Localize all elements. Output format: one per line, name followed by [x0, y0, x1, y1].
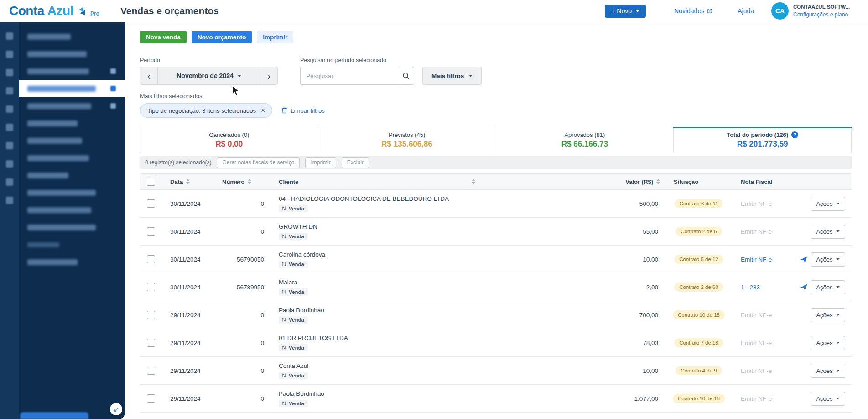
novo-button[interactable]: + Novo [605, 5, 646, 18]
row-value: 55,00 [592, 228, 665, 235]
chat-widget[interactable] [20, 412, 88, 419]
sidebar-item-redacted[interactable] [19, 132, 125, 149]
row-checkbox[interactable] [147, 199, 155, 208]
row-number: 0 [218, 228, 268, 235]
acoes-button[interactable]: Ações [811, 280, 845, 294]
novo-button-label: + Novo [611, 7, 632, 15]
sidebar-strip-icon[interactable] [6, 32, 13, 40]
sidebar-item-redacted[interactable] [19, 253, 125, 271]
summary-card-previstos[interactable]: Previstos (45) R$ 135.606,86 [318, 127, 496, 153]
nota-fiscal-link[interactable]: 1 - 283 [741, 284, 760, 291]
search-input[interactable] [300, 67, 398, 85]
filters-row: Período ‹ Novembro de 2024 › Pesquisar n… [140, 57, 852, 85]
mais-filtros-button[interactable]: Mais filtros [422, 67, 482, 85]
sidebar-item-redacted[interactable] [19, 184, 125, 201]
sidebar-item-redacted[interactable] [19, 115, 125, 132]
novidades-link[interactable]: Novidades [674, 7, 712, 15]
account-settings-link[interactable]: Configurações e plano [793, 11, 862, 18]
row-value: 2,00 [592, 284, 665, 291]
period-prev-button[interactable]: ‹ [140, 67, 158, 84]
sidebar-item-redacted[interactable] [19, 167, 125, 184]
sidebar-collapse-button[interactable]: ↙ [110, 403, 122, 415]
sidebar-item-redacted[interactable] [19, 149, 125, 167]
acoes-button[interactable]: Ações [811, 197, 845, 211]
nota-fiscal-link[interactable]: Emitir NF-e [741, 312, 772, 319]
sidebar-strip-icon[interactable] [6, 69, 13, 76]
sort-icon[interactable] [472, 179, 475, 184]
row-checkbox[interactable] [147, 367, 155, 375]
swap-arrows-icon [281, 234, 286, 239]
bulk-excluir-button[interactable]: Excluir [342, 157, 369, 168]
column-header-valor[interactable]: Valor (R$) [592, 178, 665, 185]
sidebar-item-redacted[interactable] [19, 219, 125, 236]
nota-fiscal-link[interactable]: Emitir NF-e [741, 200, 772, 207]
nota-fiscal-link[interactable]: Emitir NF-e [741, 395, 772, 402]
nova-venda-button[interactable]: Nova venda [140, 31, 187, 43]
sidebar-strip-icon[interactable] [6, 124, 13, 131]
contaazul-logo[interactable]: Conta Azul Pro [9, 4, 99, 18]
limpar-filtros-link[interactable]: Limpar filtros [281, 107, 324, 114]
nota-fiscal-link[interactable]: Emitir NF-e [741, 256, 772, 263]
row-checkbox[interactable] [147, 394, 155, 403]
acoes-button[interactable]: Ações [811, 364, 845, 378]
sort-icon[interactable] [248, 179, 251, 184]
row-checkbox[interactable] [147, 311, 155, 319]
row-checkbox[interactable] [147, 255, 155, 263]
send-icon[interactable] [800, 283, 808, 291]
send-icon[interactable] [800, 256, 808, 263]
sidebar-icon-strip [0, 22, 19, 419]
novo-orcamento-button[interactable]: Novo orçamento [192, 31, 252, 43]
sort-icon[interactable] [656, 179, 660, 184]
nota-fiscal-link[interactable]: Emitir NF-e [741, 228, 772, 235]
sidebar-strip-icon[interactable] [6, 178, 13, 186]
summary-card-cancelados[interactable]: Cancelados (0) R$ 0,00 [140, 127, 318, 153]
sidebar-strip-icon[interactable] [6, 87, 13, 94]
acoes-button[interactable]: Ações [811, 308, 845, 322]
column-header-data[interactable]: Data [162, 178, 218, 185]
acoes-button[interactable]: Ações [811, 336, 845, 350]
acoes-button[interactable]: Ações [811, 225, 845, 239]
sidebar-strip-icon[interactable] [6, 142, 13, 149]
chip-close-icon[interactable]: × [261, 107, 265, 114]
gerar-notas-button[interactable]: Gerar notas fiscais de serviço [217, 157, 300, 168]
select-all-checkbox[interactable] [147, 178, 155, 186]
sidebar-item-selected[interactable] [19, 80, 125, 97]
avatar[interactable]: CA [771, 2, 789, 20]
sidebar-item-redacted[interactable] [19, 45, 125, 63]
sidebar-item-redacted[interactable] [19, 63, 125, 80]
sidebar-item-redacted[interactable] [19, 201, 125, 219]
chevron-down-icon [836, 398, 840, 399]
acoes-button[interactable]: Ações [811, 252, 845, 267]
summary-card-aprovados[interactable]: Aprovados (81) R$ 66.166,73 [496, 127, 674, 153]
logo-text-conta: Conta [9, 4, 44, 18]
ajuda-link[interactable]: Ajuda [738, 7, 754, 15]
column-header-numero[interactable]: Número [218, 178, 268, 185]
filter-chip[interactable]: Tipo de negociação: 3 itens selecionados… [140, 103, 272, 118]
row-type-label: Venda [289, 373, 304, 378]
row-checkbox[interactable] [147, 227, 155, 236]
sidebar-strip-icon[interactable] [6, 51, 13, 58]
acoes-button[interactable]: Ações [811, 392, 845, 406]
search-button[interactable] [398, 67, 414, 85]
period-dropdown[interactable]: Novembro de 2024 [158, 67, 260, 84]
row-checkbox[interactable] [147, 339, 155, 347]
nota-fiscal-link[interactable]: Emitir NF-e [741, 340, 772, 346]
sidebar-item-redacted[interactable] [19, 28, 125, 45]
row-checkbox[interactable] [147, 283, 155, 291]
sidebar-strip-icon[interactable] [6, 160, 13, 168]
nota-fiscal-link[interactable]: Emitir NF-e [741, 367, 772, 374]
row-type-chip: Venda [279, 372, 308, 379]
help-icon[interactable]: ? [791, 131, 798, 138]
chevron-down-icon [836, 314, 840, 316]
redacted-label [27, 34, 71, 40]
sidebar-strip-icon[interactable] [6, 105, 13, 113]
summary-card-total[interactable]: Total do período (126) ? R$ 201.773,59 [674, 127, 851, 153]
sort-icon[interactable] [186, 179, 190, 184]
sidebar-item-redacted[interactable] [19, 97, 125, 115]
row-type-chip: Venda [279, 261, 308, 268]
sidebar-strip-icon[interactable] [6, 197, 13, 204]
bulk-imprimir-button[interactable]: Imprimir [305, 157, 336, 168]
column-header-cliente[interactable]: Cliente [268, 178, 592, 185]
imprimir-button[interactable]: Imprimir [257, 31, 293, 43]
period-next-button[interactable]: › [260, 67, 277, 84]
